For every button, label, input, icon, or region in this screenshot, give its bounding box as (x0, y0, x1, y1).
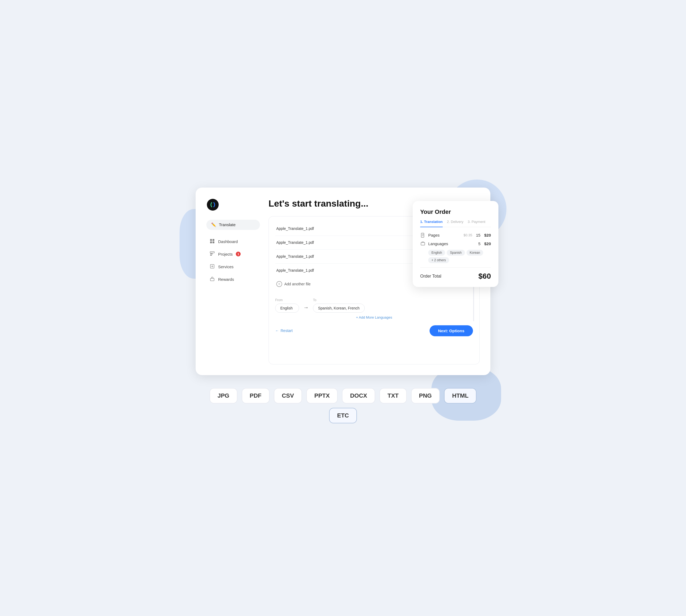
lang-tag: + 2 others (428, 257, 449, 263)
lang-section: From English Spanish French → To Spanish… (275, 295, 473, 313)
order-total-row: Order Total $60 (420, 272, 491, 281)
lang-tags: EnglishSpanishKorean+ 2 others (428, 250, 491, 263)
dashboard-icon (209, 239, 215, 245)
format-chip[interactable]: ETC (329, 408, 357, 423)
rewards-label: Rewards (218, 277, 234, 282)
to-group: To Spanish, Korean, French (313, 298, 365, 313)
restart-label: Restart (281, 329, 293, 333)
from-label: From (275, 298, 299, 302)
order-step: 3. Payment (468, 220, 485, 224)
svg-rect-7 (210, 255, 212, 256)
format-chip[interactable]: HTML (444, 388, 477, 403)
format-chip[interactable]: CSV (274, 388, 302, 403)
sidebar: ✏️ Translate Dashboard Projects 1 (206, 198, 260, 365)
format-chip[interactable]: PDF (242, 388, 270, 403)
order-item-row: Languages 5 $20 (420, 241, 491, 246)
nav-translate-button[interactable]: ✏️ Translate (206, 220, 260, 230)
dashboard-label: Dashboard (218, 239, 238, 244)
svg-rect-10 (421, 233, 424, 237)
order-row-label: Languages (428, 241, 475, 246)
svg-rect-11 (421, 242, 425, 245)
lang-tag: Spanish (447, 250, 465, 256)
order-title: Your Order (420, 208, 491, 215)
lang-tag: Korean (467, 250, 483, 256)
sidebar-item-services[interactable]: Services (206, 261, 260, 272)
from-group: From English Spanish French (275, 298, 299, 313)
order-card: Your Order 1. Translation2. Delivery3. P… (413, 201, 499, 287)
app-logo (206, 198, 219, 211)
arrow-icon: → (303, 304, 309, 311)
to-languages-box[interactable]: Spanish, Korean, French (313, 304, 365, 313)
format-chip[interactable]: PNG (411, 388, 440, 403)
sidebar-item-projects[interactable]: Projects 1 (206, 248, 260, 260)
format-chip[interactable]: TXT (379, 388, 407, 403)
projects-label: Projects (218, 252, 233, 257)
to-label: To (313, 298, 365, 302)
services-icon (209, 264, 215, 270)
order-steps: 1. Translation2. Delivery3. Payment (420, 220, 491, 227)
order-row-price-info: 5 $20 (478, 241, 491, 246)
format-chip[interactable]: PPTX (306, 388, 338, 403)
add-circle-icon: + (276, 281, 282, 287)
svg-rect-9 (211, 279, 214, 281)
sidebar-item-rewards[interactable]: Rewards (206, 273, 260, 285)
order-divider (420, 267, 491, 268)
svg-rect-6 (210, 254, 213, 254)
order-price-detail: $0.35 (464, 233, 472, 237)
restart-button[interactable]: ← Restart (275, 329, 293, 333)
page-wrapper: ✏️ Translate Dashboard Projects 1 (196, 188, 490, 429)
order-price-val: $20 (484, 241, 491, 246)
order-price-count: 15 (476, 233, 481, 237)
order-item-row: Pages $0.35 15 $20 (420, 233, 491, 238)
svg-rect-5 (210, 251, 214, 253)
format-chip[interactable]: JPG (209, 388, 238, 403)
order-row-label: Pages (428, 233, 461, 237)
order-step: 2. Delivery (447, 220, 463, 224)
languages-icon (420, 241, 425, 246)
projects-badge: 1 (236, 251, 241, 257)
order-row-price-info: $0.35 15 $20 (464, 233, 491, 237)
services-label: Services (218, 264, 234, 269)
order-total-label: Order Total (420, 274, 441, 279)
svg-rect-4 (213, 241, 214, 243)
translate-label: Translate (219, 222, 236, 227)
svg-point-0 (207, 199, 219, 211)
add-file-label: Add another file (284, 282, 311, 286)
svg-rect-3 (210, 241, 212, 243)
format-chip[interactable]: DOCX (342, 388, 375, 403)
order-total-amount: $60 (478, 272, 491, 281)
lang-tag: English (428, 250, 445, 256)
main-card: ✏️ Translate Dashboard Projects 1 (196, 188, 490, 375)
restart-arrow-icon: ← (275, 329, 279, 333)
next-options-button[interactable]: Next: Options (429, 325, 473, 336)
from-language-select[interactable]: English Spanish French (275, 304, 299, 313)
order-rows-container: Pages $0.35 15 $20 Languages 5 $20 (420, 233, 491, 246)
order-step[interactable]: 1. Translation (420, 220, 443, 227)
order-price-count: 5 (478, 241, 481, 246)
action-row: ← Restart Next: Options (275, 325, 473, 336)
add-more-languages-button[interactable]: + Add More Languages (275, 314, 473, 321)
order-price-val: $20 (484, 233, 491, 237)
projects-icon (209, 251, 215, 257)
sidebar-item-dashboard[interactable]: Dashboard (206, 236, 260, 247)
pages-icon (420, 233, 425, 238)
format-chips-row: JPGPDFCSVPPTXDOCXTXTPNGHTMLETC (196, 388, 490, 423)
pencil-icon: ✏️ (211, 222, 216, 227)
rewards-icon (209, 276, 215, 282)
svg-rect-2 (213, 239, 214, 241)
svg-rect-1 (210, 239, 212, 241)
